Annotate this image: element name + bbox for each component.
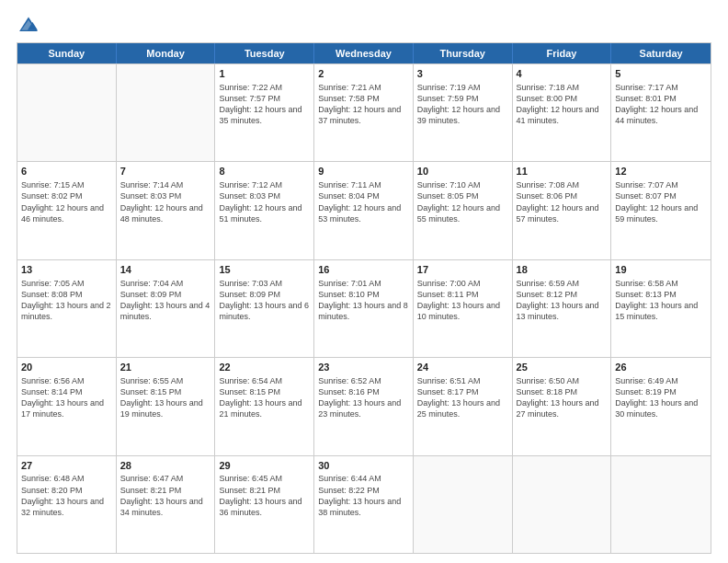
- calendar-cell: [414, 456, 513, 553]
- weekday-header: Saturday: [611, 43, 711, 63]
- day-number: 10: [417, 165, 508, 178]
- day-number: 27: [21, 459, 112, 473]
- calendar-cell: 26Sunrise: 6:49 AM Sunset: 8:19 PM Dayli…: [611, 358, 711, 454]
- day-number: 8: [219, 165, 310, 178]
- weekday-header: Friday: [513, 43, 612, 63]
- calendar-cell: [17, 64, 117, 161]
- day-info: Sunrise: 7:19 AM Sunset: 7:59 PM Dayligh…: [417, 82, 508, 127]
- day-info: Sunrise: 7:03 AM Sunset: 8:09 PM Dayligh…: [219, 278, 310, 323]
- calendar-cell: 24Sunrise: 6:51 AM Sunset: 8:17 PM Dayli…: [414, 358, 513, 454]
- day-info: Sunrise: 6:56 AM Sunset: 8:14 PM Dayligh…: [21, 375, 112, 420]
- calendar-header: SundayMondayTuesdayWednesdayThursdayFrid…: [17, 43, 711, 63]
- day-info: Sunrise: 6:59 AM Sunset: 8:12 PM Dayligh…: [517, 278, 608, 323]
- calendar-cell: 27Sunrise: 6:48 AM Sunset: 8:20 PM Dayli…: [17, 456, 117, 553]
- weekday-header: Thursday: [414, 43, 513, 63]
- weekday-header: Tuesday: [215, 43, 314, 63]
- day-number: 23: [318, 361, 409, 374]
- day-number: 12: [615, 165, 707, 178]
- calendar-cell: 23Sunrise: 6:52 AM Sunset: 8:16 PM Dayli…: [314, 358, 414, 454]
- calendar-cell: 18Sunrise: 6:59 AM Sunset: 8:12 PM Dayli…: [513, 260, 612, 357]
- calendar-cell: 28Sunrise: 6:47 AM Sunset: 8:21 PM Dayli…: [117, 456, 216, 553]
- day-info: Sunrise: 7:04 AM Sunset: 8:09 PM Dayligh…: [120, 278, 211, 323]
- calendar-cell: 10Sunrise: 7:10 AM Sunset: 8:05 PM Dayli…: [414, 162, 513, 259]
- day-number: 28: [120, 459, 211, 473]
- day-number: 6: [21, 165, 112, 178]
- day-number: 3: [417, 67, 508, 81]
- calendar-cell: 7Sunrise: 7:14 AM Sunset: 8:03 PM Daylig…: [117, 162, 216, 259]
- calendar-cell: 12Sunrise: 7:07 AM Sunset: 8:07 PM Dayli…: [611, 162, 711, 259]
- calendar-cell: 22Sunrise: 6:54 AM Sunset: 8:15 PM Dayli…: [215, 358, 314, 454]
- day-info: Sunrise: 7:21 AM Sunset: 7:58 PM Dayligh…: [318, 82, 409, 127]
- calendar-cell: 19Sunrise: 6:58 AM Sunset: 8:13 PM Dayli…: [611, 260, 711, 357]
- calendar-cell: 5Sunrise: 7:17 AM Sunset: 8:01 PM Daylig…: [611, 64, 711, 161]
- day-number: 24: [417, 361, 508, 374]
- calendar-cell: 3Sunrise: 7:19 AM Sunset: 7:59 PM Daylig…: [414, 64, 513, 161]
- weekday-header: Sunday: [17, 43, 117, 63]
- day-number: 5: [615, 67, 707, 81]
- day-info: Sunrise: 7:12 AM Sunset: 8:03 PM Dayligh…: [219, 179, 310, 224]
- calendar-cell: 30Sunrise: 6:44 AM Sunset: 8:22 PM Dayli…: [314, 456, 414, 553]
- day-info: Sunrise: 7:18 AM Sunset: 8:00 PM Dayligh…: [517, 82, 608, 127]
- day-number: 14: [120, 263, 211, 277]
- calendar-cell: 29Sunrise: 6:45 AM Sunset: 8:21 PM Dayli…: [215, 456, 314, 553]
- calendar-cell: 4Sunrise: 7:18 AM Sunset: 8:00 PM Daylig…: [513, 64, 612, 161]
- calendar-row: 27Sunrise: 6:48 AM Sunset: 8:20 PM Dayli…: [17, 455, 711, 553]
- day-number: 25: [517, 361, 608, 374]
- calendar-cell: 6Sunrise: 7:15 AM Sunset: 8:02 PM Daylig…: [17, 162, 117, 259]
- calendar-cell: 1Sunrise: 7:22 AM Sunset: 7:57 PM Daylig…: [215, 64, 314, 161]
- day-number: 1: [219, 67, 310, 81]
- calendar-cell: 14Sunrise: 7:04 AM Sunset: 8:09 PM Dayli…: [117, 260, 216, 357]
- day-number: 17: [417, 263, 508, 277]
- calendar-cell: 16Sunrise: 7:01 AM Sunset: 8:10 PM Dayli…: [314, 260, 414, 357]
- calendar-cell: 17Sunrise: 7:00 AM Sunset: 8:11 PM Dayli…: [414, 260, 513, 357]
- day-info: Sunrise: 7:05 AM Sunset: 8:08 PM Dayligh…: [21, 278, 112, 323]
- day-number: 18: [517, 263, 608, 277]
- day-number: 19: [615, 263, 707, 277]
- calendar-body: 1Sunrise: 7:22 AM Sunset: 7:57 PM Daylig…: [17, 63, 711, 553]
- day-info: Sunrise: 7:01 AM Sunset: 8:10 PM Dayligh…: [318, 278, 409, 323]
- day-info: Sunrise: 7:08 AM Sunset: 8:06 PM Dayligh…: [517, 179, 608, 224]
- day-number: 2: [318, 67, 409, 81]
- day-number: 11: [517, 165, 608, 178]
- day-info: Sunrise: 7:17 AM Sunset: 8:01 PM Dayligh…: [615, 82, 707, 127]
- day-info: Sunrise: 7:15 AM Sunset: 8:02 PM Dayligh…: [21, 179, 112, 224]
- day-number: 20: [21, 361, 112, 374]
- logo: [17, 15, 40, 35]
- day-info: Sunrise: 7:22 AM Sunset: 7:57 PM Dayligh…: [219, 82, 310, 127]
- day-info: Sunrise: 6:51 AM Sunset: 8:17 PM Dayligh…: [417, 375, 508, 420]
- calendar-row: 6Sunrise: 7:15 AM Sunset: 8:02 PM Daylig…: [17, 161, 711, 259]
- calendar-cell: 21Sunrise: 6:55 AM Sunset: 8:15 PM Dayli…: [117, 358, 216, 454]
- day-info: Sunrise: 7:00 AM Sunset: 8:11 PM Dayligh…: [417, 278, 508, 323]
- day-number: 30: [318, 459, 409, 473]
- calendar-cell: 11Sunrise: 7:08 AM Sunset: 8:06 PM Dayli…: [513, 162, 612, 259]
- day-info: Sunrise: 6:48 AM Sunset: 8:20 PM Dayligh…: [21, 473, 112, 518]
- calendar-cell: 8Sunrise: 7:12 AM Sunset: 8:03 PM Daylig…: [215, 162, 314, 259]
- day-number: 15: [219, 263, 310, 277]
- day-number: 21: [120, 361, 211, 374]
- day-number: 16: [318, 263, 409, 277]
- day-number: 7: [120, 165, 211, 178]
- header: [17, 15, 711, 35]
- calendar-row: 1Sunrise: 7:22 AM Sunset: 7:57 PM Daylig…: [17, 63, 711, 161]
- calendar-row: 20Sunrise: 6:56 AM Sunset: 8:14 PM Dayli…: [17, 357, 711, 454]
- logo-icon: [18, 15, 39, 35]
- calendar-cell: 13Sunrise: 7:05 AM Sunset: 8:08 PM Dayli…: [17, 260, 117, 357]
- day-number: 13: [21, 263, 112, 277]
- day-number: 4: [517, 67, 608, 81]
- calendar: SundayMondayTuesdayWednesdayThursdayFrid…: [17, 42, 711, 554]
- day-info: Sunrise: 6:52 AM Sunset: 8:16 PM Dayligh…: [318, 375, 409, 420]
- day-info: Sunrise: 6:54 AM Sunset: 8:15 PM Dayligh…: [219, 375, 310, 420]
- calendar-cell: 9Sunrise: 7:11 AM Sunset: 8:04 PM Daylig…: [314, 162, 414, 259]
- day-info: Sunrise: 6:58 AM Sunset: 8:13 PM Dayligh…: [615, 278, 707, 323]
- page: SundayMondayTuesdayWednesdayThursdayFrid…: [0, 0, 728, 563]
- day-info: Sunrise: 7:10 AM Sunset: 8:05 PM Dayligh…: [417, 179, 508, 224]
- day-number: 26: [615, 361, 707, 374]
- calendar-cell: [611, 456, 711, 553]
- day-info: Sunrise: 7:07 AM Sunset: 8:07 PM Dayligh…: [615, 179, 707, 224]
- weekday-header: Monday: [117, 43, 216, 63]
- calendar-cell: 25Sunrise: 6:50 AM Sunset: 8:18 PM Dayli…: [513, 358, 612, 454]
- calendar-cell: 15Sunrise: 7:03 AM Sunset: 8:09 PM Dayli…: [215, 260, 314, 357]
- day-number: 29: [219, 459, 310, 473]
- day-number: 22: [219, 361, 310, 374]
- day-info: Sunrise: 7:11 AM Sunset: 8:04 PM Dayligh…: [318, 179, 409, 224]
